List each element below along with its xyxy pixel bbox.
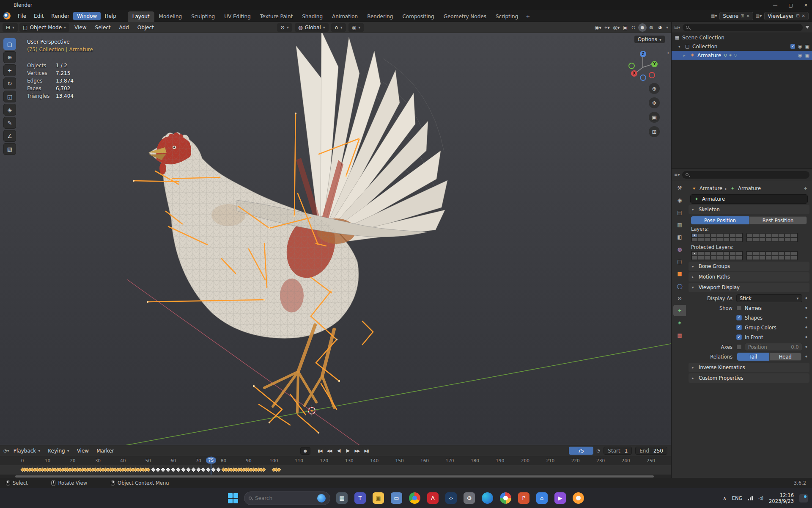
armature-layer-cell[interactable]: [778, 233, 785, 237]
tail-button[interactable]: Tail: [737, 353, 769, 361]
armature-layer-cell[interactable]: [717, 251, 723, 256]
properties-tab-output[interactable]: ▤: [673, 207, 686, 218]
shapes-checkbox[interactable]: [736, 315, 742, 320]
armature-layer-cell[interactable]: [698, 233, 704, 237]
keyframe-diamond[interactable]: [166, 468, 170, 472]
keyframe-diamond[interactable]: [161, 468, 165, 472]
viewlayer-unlink-icon[interactable]: ✕: [802, 14, 805, 18]
viewport-display-panel-header[interactable]: ▾ Viewport Display: [689, 283, 809, 292]
jump-to-start-button[interactable]: ▮◀: [316, 447, 324, 455]
in-front-checkbox[interactable]: [736, 334, 742, 340]
viewlayer-copy-icon[interactable]: ⊞: [796, 14, 799, 18]
minimize-button[interactable]: —: [773, 3, 777, 8]
marker-menu[interactable]: Marker: [93, 447, 117, 455]
camera-view-icon[interactable]: ▣: [649, 112, 660, 123]
bone-groups-panel-header[interactable]: ▸ Bone Groups: [689, 262, 809, 271]
armature-layer-cell[interactable]: [704, 251, 710, 256]
start-button[interactable]: [228, 493, 238, 503]
settings-app-icon[interactable]: ⚙: [464, 492, 475, 504]
timeline-track[interactable]: [0, 465, 671, 475]
add-cube-tool[interactable]: ▧: [3, 143, 16, 155]
animate-dot-icon[interactable]: •: [802, 334, 808, 340]
armature-layer-cell[interactable]: [785, 256, 791, 260]
armature-layer-cell[interactable]: [765, 233, 772, 237]
armature-layer-cell[interactable]: [765, 251, 772, 256]
animate-dot-icon[interactable]: •: [802, 344, 808, 350]
keyframe-diamond[interactable]: [171, 468, 176, 472]
teams-app-icon[interactable]: T: [354, 492, 366, 504]
armature-layer-cell[interactable]: [691, 251, 698, 256]
proportional-edit-button[interactable]: ◎▾: [348, 23, 364, 32]
animate-dot-icon[interactable]: •: [802, 325, 808, 331]
properties-tab-collection[interactable]: ▢: [673, 256, 686, 267]
armature-layer-cell[interactable]: [691, 256, 698, 260]
armature-layer-cell[interactable]: [698, 237, 704, 242]
armature-layer-cell[interactable]: [746, 233, 753, 237]
armature-layer-cell[interactable]: [710, 251, 717, 256]
armature-layer-cell[interactable]: [710, 233, 717, 237]
outliner-row-collection[interactable]: ▾ ▢ Collection ✓ ◉ ▣: [672, 42, 812, 51]
properties-tab-view-layer[interactable]: ▥: [673, 219, 686, 230]
viewport-3d[interactable]: ▢ ⊕ + ↻ ◱ ◈ ✎ ∠ ▧ User Perspective (75) …: [0, 33, 671, 445]
monitor-app-icon[interactable]: ▭: [391, 492, 402, 504]
armature-layer-cell[interactable]: [778, 251, 785, 256]
armature-layer-cell[interactable]: [710, 237, 717, 242]
powerpoint-app-icon[interactable]: P: [518, 492, 529, 504]
gizmo-z-neg-axis[interactable]: [640, 75, 646, 81]
transform-tool[interactable]: ◈: [3, 104, 16, 116]
measure-tool[interactable]: ∠: [3, 130, 16, 142]
volume-icon[interactable]: ◁): [758, 496, 763, 500]
annotate-tool[interactable]: ✎: [3, 117, 16, 129]
properties-tab-world[interactable]: ◍: [673, 243, 686, 255]
menu-render[interactable]: Render: [47, 12, 73, 20]
armature-layer-cell[interactable]: [730, 237, 736, 242]
hide-eye-icon[interactable]: ◉: [798, 44, 802, 49]
navigation-gizmo[interactable]: Z Y X: [626, 47, 660, 81]
media-app-icon[interactable]: ▶: [554, 492, 566, 504]
selectability-filter-icon[interactable]: ◉▾: [595, 25, 602, 30]
armature-layer-cell[interactable]: [759, 237, 765, 242]
keyframe-diamond[interactable]: [262, 468, 266, 472]
pose-position-button[interactable]: Pose Position: [691, 216, 749, 224]
sidebar-toggle-icon[interactable]: ‹: [667, 50, 669, 56]
armature-layer-cell[interactable]: [753, 233, 759, 237]
scene-browse-icon[interactable]: ▦▾: [711, 14, 717, 18]
disable-render-camera-icon[interactable]: ▣: [805, 52, 809, 58]
armature-layer-cell[interactable]: [785, 251, 791, 256]
notification-icon[interactable]: [799, 494, 808, 502]
armature-layer-cell[interactable]: [736, 251, 742, 256]
viewport-menu-select[interactable]: Select: [92, 23, 114, 32]
armature-layer-cell[interactable]: [723, 251, 730, 256]
edge-app-icon[interactable]: [482, 492, 493, 504]
head-button[interactable]: Head: [769, 353, 801, 361]
photos-app-icon[interactable]: [500, 492, 511, 504]
blender-logo-icon[interactable]: [3, 12, 11, 19]
armature-layer-cell[interactable]: [704, 237, 710, 242]
workspace-tab-modeling[interactable]: Modeling: [154, 11, 187, 22]
overlays-toggle-icon[interactable]: ◎▾: [613, 25, 620, 30]
viewport-menu-add[interactable]: Add: [116, 23, 132, 32]
current-frame-field[interactable]: 75: [569, 447, 593, 455]
add-workspace-button[interactable]: +: [523, 11, 533, 22]
viewport-menu-object[interactable]: Object: [134, 23, 157, 32]
outliner-search[interactable]: [683, 24, 803, 31]
playhead[interactable]: 75: [206, 456, 216, 475]
armature-layer-cell[interactable]: [753, 251, 759, 256]
transform-pivot-button[interactable]: ⊙▾: [277, 23, 292, 32]
file-explorer-app-icon[interactable]: ▣: [373, 492, 384, 504]
armature-layer-cell[interactable]: [785, 233, 791, 237]
shading-dropdown-icon[interactable]: ▾: [666, 25, 668, 30]
workspace-tab-layout[interactable]: Layout: [128, 11, 154, 22]
pan-hand-icon[interactable]: ✥: [649, 97, 660, 108]
armature-layer-cell[interactable]: [691, 233, 698, 237]
armature-layer-cell[interactable]: [717, 256, 723, 260]
scale-tool[interactable]: ◱: [3, 91, 16, 102]
outliner-row-armature[interactable]: ▸ ✶ Armature ⟲ ✶ ▽ ◉ ▣: [672, 51, 812, 60]
outliner-editor-type-icon[interactable]: ▤▾: [674, 25, 680, 30]
custom-properties-panel-header[interactable]: ▸ Custom Properties: [689, 373, 809, 383]
properties-tab-scene[interactable]: ◧: [673, 231, 686, 243]
gizmos-toggle-icon[interactable]: ⌖▾: [604, 25, 610, 30]
names-checkbox[interactable]: [736, 305, 742, 311]
armature-layer-cell[interactable]: [723, 237, 730, 242]
properties-tab-bone[interactable]: ✶: [673, 317, 686, 329]
